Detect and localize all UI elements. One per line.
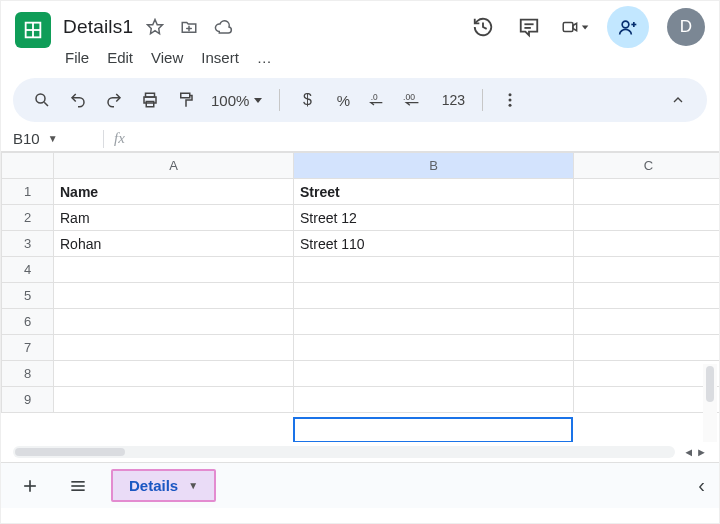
spreadsheet-grid[interactable]: A B C 1 Name Street 2 Ram Street 12 3 Ro… [1,152,719,442]
svg-marker-9 [582,25,589,29]
toolbar: 100% $ % .0 .00 123 [13,78,707,122]
percent-format-button[interactable]: % [328,85,358,115]
col-header-c[interactable]: C [574,153,720,179]
svg-marker-19 [254,98,262,103]
cell[interactable] [574,335,720,361]
undo-icon[interactable] [63,85,93,115]
svg-text:.00: .00 [403,92,415,102]
col-header-a[interactable]: A [54,153,294,179]
cell[interactable]: Name [54,179,294,205]
toolbar-more-icon[interactable] [495,85,525,115]
zoom-selector[interactable]: 100% [207,92,267,109]
star-icon[interactable] [145,17,165,37]
cell[interactable] [294,361,574,387]
svg-line-14 [44,102,48,106]
cloud-status-icon[interactable] [213,17,233,37]
cell[interactable]: Ram [54,205,294,231]
svg-marker-4 [148,20,163,34]
cell[interactable] [54,387,294,413]
row-header[interactable]: 2 [2,205,54,231]
cell[interactable] [294,387,574,413]
meet-icon[interactable] [561,13,589,41]
cell[interactable] [54,361,294,387]
history-icon[interactable] [469,13,497,41]
cell[interactable]: Street 110 [294,231,574,257]
menu-insert[interactable]: Insert [201,49,239,66]
cell[interactable] [574,179,720,205]
row-header[interactable]: 4 [2,257,54,283]
decrease-decimal-button[interactable]: .0 [364,85,394,115]
cell[interactable] [54,283,294,309]
menu-file[interactable]: File [65,49,89,66]
cell[interactable] [294,283,574,309]
svg-point-22 [509,93,512,96]
svg-rect-18 [181,93,190,98]
paint-format-icon[interactable] [171,85,201,115]
currency-format-button[interactable]: $ [292,85,322,115]
formula-bar-label: fx [114,130,125,147]
cell[interactable] [54,257,294,283]
cell[interactable] [574,283,720,309]
search-icon[interactable] [27,85,57,115]
svg-point-24 [509,104,512,107]
row-header[interactable]: 6 [2,309,54,335]
svg-point-23 [509,99,512,102]
sheet-tab-menu-icon[interactable]: ▼ [188,480,198,491]
cell[interactable] [574,231,720,257]
scroll-arrows[interactable]: ◄► [683,446,707,458]
menu-edit[interactable]: Edit [107,49,133,66]
cell[interactable]: Street 12 [294,205,574,231]
svg-rect-7 [563,23,573,32]
name-box[interactable]: B10 ▼ [13,130,93,147]
sheets-logo[interactable] [15,12,51,48]
svg-point-10 [622,21,629,28]
menu-more[interactable]: … [257,49,272,66]
cell[interactable]: Street [294,179,574,205]
add-sheet-button[interactable] [15,471,45,501]
print-icon[interactable] [135,85,165,115]
tab-scroll-left-icon[interactable]: ‹ [698,474,705,497]
cell[interactable] [294,257,574,283]
redo-icon[interactable] [99,85,129,115]
row-header[interactable]: 7 [2,335,54,361]
row-header[interactable]: 3 [2,231,54,257]
number-format-button[interactable]: 123 [436,85,470,115]
row-header[interactable]: 1 [2,179,54,205]
share-button[interactable] [607,6,649,48]
comments-icon[interactable] [515,13,543,41]
cell[interactable] [294,309,574,335]
cell[interactable] [574,387,720,413]
cell[interactable]: Rohan [54,231,294,257]
increase-decimal-button[interactable]: .00 [400,85,430,115]
cell[interactable] [574,205,720,231]
cell[interactable] [294,335,574,361]
row-header[interactable]: 5 [2,283,54,309]
menu-bar: File Edit View Insert … [1,47,719,72]
row-header[interactable]: 9 [2,387,54,413]
col-header-b[interactable]: B [294,153,574,179]
all-sheets-button[interactable] [63,471,93,501]
cell[interactable] [574,361,720,387]
horizontal-scrollbar[interactable] [13,446,675,458]
select-all-corner[interactable] [2,153,54,179]
svg-text:.0: .0 [371,92,378,102]
move-icon[interactable] [179,17,199,37]
active-cell-outline [293,417,573,442]
svg-marker-8 [573,23,577,30]
cell[interactable] [574,309,720,335]
document-title[interactable]: Details1 [63,16,133,38]
collapse-toolbar-icon[interactable] [663,85,693,115]
cell[interactable] [54,335,294,361]
row-header[interactable]: 8 [2,361,54,387]
vertical-scrollbar[interactable] [703,364,717,442]
cell[interactable] [574,257,720,283]
menu-view[interactable]: View [151,49,183,66]
account-avatar[interactable]: D [667,8,705,46]
cell[interactable] [54,309,294,335]
svg-point-13 [36,94,45,103]
sheet-tab-details[interactable]: Details ▼ [111,469,216,502]
